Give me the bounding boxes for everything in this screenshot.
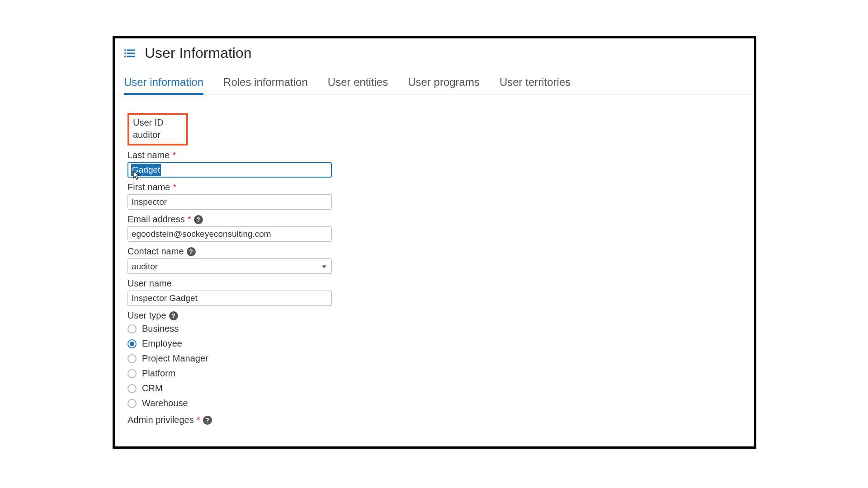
radio-icon — [127, 354, 137, 363]
page-header: User Information — [115, 38, 754, 68]
tab-user-territories[interactable]: User territories — [500, 76, 571, 94]
contact-name-group: Contact name ? auditor — [127, 246, 745, 274]
user-id-highlight: User ID auditor — [127, 113, 188, 145]
user-type-radio-group: Business Employee Project Manager Platfo… — [127, 324, 745, 408]
radio-label: Employee — [142, 338, 182, 349]
user-type-group: User type ? Business Employee Project Ma… — [127, 310, 745, 408]
svg-point-2 — [124, 52, 126, 54]
user-id-label: User ID — [133, 117, 164, 128]
required-star-icon: * — [172, 150, 176, 160]
first-name-input[interactable] — [127, 194, 332, 210]
tab-user-information[interactable]: User information — [124, 76, 203, 95]
help-icon[interactable]: ? — [194, 215, 203, 224]
contact-name-select[interactable]: auditor — [127, 258, 332, 274]
tab-user-entities[interactable]: User entities — [328, 76, 388, 94]
tab-roles-information[interactable]: Roles information — [223, 76, 308, 94]
radio-label: Platform — [142, 368, 175, 379]
radio-label: Warehouse — [142, 398, 188, 408]
radio-project-manager[interactable]: Project Manager — [127, 353, 745, 364]
radio-business[interactable]: Business — [127, 324, 745, 334]
svg-point-4 — [124, 56, 126, 57]
radio-icon — [127, 369, 137, 378]
radio-icon — [127, 339, 137, 348]
user-id-value: auditor — [133, 130, 164, 140]
radio-icon — [127, 324, 137, 333]
help-icon[interactable]: ? — [187, 247, 196, 256]
radio-platform[interactable]: Platform — [127, 368, 745, 379]
required-star-icon: * — [173, 182, 176, 192]
help-icon[interactable]: ? — [203, 416, 212, 425]
user-name-label: User name — [127, 278, 172, 289]
help-icon[interactable]: ? — [169, 311, 178, 320]
radio-crm[interactable]: CRM — [127, 383, 745, 394]
user-name-input[interactable] — [127, 291, 332, 306]
last-name-label: Last name — [127, 150, 170, 160]
radio-employee[interactable]: Employee — [127, 338, 745, 349]
email-group: Email address * ? — [127, 214, 745, 242]
svg-rect-3 — [127, 52, 135, 54]
menu-list-icon[interactable] — [124, 49, 135, 58]
user-name-group: User name — [127, 278, 745, 306]
last-name-selected-text: Gadget — [131, 164, 161, 176]
first-name-label: First name — [127, 182, 170, 192]
admin-privileges-label: Admin privileges — [127, 415, 194, 425]
radio-warehouse[interactable]: Warehouse — [127, 398, 745, 408]
first-name-group: First name * — [127, 182, 745, 210]
required-star-icon: * — [197, 415, 200, 425]
last-name-group: Last name * Gadget — [127, 150, 745, 178]
svg-point-0 — [124, 49, 126, 51]
required-star-icon: * — [188, 214, 191, 225]
admin-privileges-group: Admin privileges * ? — [127, 415, 745, 425]
svg-rect-1 — [127, 49, 135, 51]
tab-bar: User information Roles information User … — [115, 68, 754, 95]
form-area: User ID auditor Last name * Gadget First… — [115, 95, 754, 439]
user-type-label: User type — [127, 310, 166, 321]
radio-label: Project Manager — [142, 353, 208, 364]
radio-icon — [127, 384, 137, 393]
svg-rect-5 — [127, 56, 135, 57]
tab-user-programs[interactable]: User programs — [408, 76, 480, 94]
page-title: User Information — [145, 45, 252, 61]
email-label: Email address — [127, 214, 185, 225]
radio-icon — [127, 399, 137, 408]
app-window: User Information User information Roles … — [113, 36, 756, 449]
email-input[interactable] — [127, 226, 332, 242]
radio-label: Business — [142, 324, 179, 334]
contact-name-label: Contact name — [127, 246, 184, 257]
radio-label: CRM — [142, 383, 163, 394]
